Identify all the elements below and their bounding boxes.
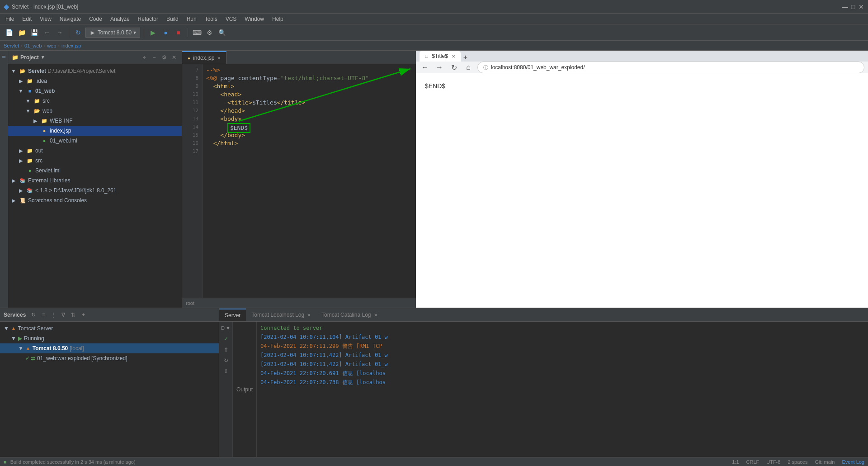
svc-item-tomcat8[interactable]: ▼ ▲ Tomcat 8.0.50 [local] xyxy=(0,343,219,353)
menu-navigate[interactable]: Navigate xyxy=(56,15,85,23)
menu-window[interactable]: Window xyxy=(241,15,268,23)
stop-button[interactable]: ■ xyxy=(173,27,184,38)
output-refresh-button[interactable]: ↻ xyxy=(222,356,231,365)
server-tab-label: Server xyxy=(225,312,241,319)
output-download-button[interactable]: ⇩ xyxy=(222,367,231,376)
minimize-button[interactable]: — xyxy=(842,4,848,10)
tree-item-01web[interactable]: ▼ ■ 01_web xyxy=(8,86,182,96)
menu-help[interactable]: Help xyxy=(269,15,287,23)
refresh-services-button[interactable]: ↻ xyxy=(29,311,38,319)
home-nav-button[interactable]: ⌂ xyxy=(463,62,474,73)
locate-file-button[interactable]: ⌖ xyxy=(140,53,148,62)
filter-button[interactable]: ∇ xyxy=(59,311,67,319)
tree-item-jdk[interactable]: ▶ 📚 < 1.8 > D:\Java\JDK\jdk1.8.0_261 xyxy=(8,185,182,195)
refresh-nav-button[interactable]: ↻ xyxy=(448,62,459,73)
tree-item-servlet[interactable]: ▼ 📂 Servlet D:\Java\IDEAProject\Servlet xyxy=(8,66,182,76)
sort-button[interactable]: ⇅ xyxy=(69,311,77,319)
structure-icon[interactable]: ☰ xyxy=(0,52,8,60)
build-button[interactable]: ⌨ xyxy=(192,27,203,38)
output-upload-button[interactable]: ⇧ xyxy=(222,345,231,354)
menu-file[interactable]: File xyxy=(2,15,18,23)
output-tab-localhost-log[interactable]: Tomcat Localhost Log ✕ xyxy=(246,309,316,321)
code-line-14: $END$ xyxy=(206,123,412,131)
tree-item-scratches[interactable]: ▶ 📜 Scratches and Consoles xyxy=(8,195,182,205)
localhost-log-close[interactable]: ✕ xyxy=(307,313,311,318)
code-content[interactable]: --%> <%@ page contentType="text/html;cha… xyxy=(203,64,416,298)
toolbar: 📄 📁 💾 ← → ↻ ► Tomcat 8.0.50 ▾ ▶ ● ■ ⌨ ⚙ … xyxy=(0,24,868,41)
code-line-16: </html> xyxy=(206,139,412,147)
sync-button[interactable]: ↻ xyxy=(73,27,84,38)
new-tab-button[interactable]: + xyxy=(463,53,467,62)
svc-item-artifact[interactable]: ✓ ⇄ 01_web:war exploded [Synchronized] xyxy=(0,353,219,363)
tree-expand-scratches-icon: ▶ xyxy=(10,197,17,204)
forward-button[interactable]: → xyxy=(54,27,65,38)
tab-close-button[interactable]: ✕ xyxy=(217,56,221,61)
browser-tab-active[interactable]: □ $Title$ ✕ xyxy=(420,51,461,62)
debug-button[interactable]: ● xyxy=(160,27,171,38)
project-settings-button[interactable]: ⚙ xyxy=(160,53,168,62)
tree-item-src[interactable]: ▼ 📁 src xyxy=(8,96,182,106)
svc-item-running[interactable]: ▼ ▶ Running xyxy=(0,333,219,343)
menu-analyze[interactable]: Analyze xyxy=(107,15,133,23)
tree-item-servletiml[interactable]: ● Servlet.iml xyxy=(8,166,182,176)
settings-button[interactable]: ⚙ xyxy=(204,27,215,38)
add-service-button[interactable]: + xyxy=(79,311,87,319)
group-button[interactable]: ⋮ xyxy=(49,311,57,319)
menu-run[interactable]: Run xyxy=(183,15,200,23)
tree-item-extlibs[interactable]: ▶ 📚 External Libraries xyxy=(8,176,182,185)
browser-tab-label: $Title$ xyxy=(432,53,448,59)
tree-item-idea[interactable]: ▶ 📁 .idea xyxy=(8,76,182,86)
close-button[interactable]: ✕ xyxy=(858,4,864,10)
code-line-10: <head> xyxy=(206,90,412,99)
browser-tab-close-button[interactable]: ✕ xyxy=(452,54,455,59)
save-button[interactable]: 💾 xyxy=(29,27,40,38)
tab-indexjsp[interactable]: ● index.jsp ✕ xyxy=(182,51,226,64)
tree-item-indexjsp[interactable]: ● index.jsp xyxy=(8,126,182,136)
menu-view[interactable]: View xyxy=(36,15,55,23)
forward-nav-button[interactable]: → xyxy=(434,62,445,73)
output-level-label: D xyxy=(221,325,225,331)
breadcrumb-indexjsp[interactable]: index.jsp xyxy=(61,43,81,48)
tree-item-web[interactable]: ▼ 📂 web xyxy=(8,106,182,116)
menu-refactor[interactable]: Refactor xyxy=(134,15,162,23)
output-line-4: [2021-02-04 10:07:11,422] Artifact 01_w xyxy=(260,351,864,360)
output-tab-catalina-log[interactable]: Tomcat Catalina Log ✕ xyxy=(316,309,382,321)
catalina-log-close[interactable]: ✕ xyxy=(374,313,377,318)
output-dropdown-button[interactable]: D ▼ xyxy=(219,323,232,333)
back-nav-button[interactable]: ← xyxy=(420,62,430,73)
search-button[interactable]: 🔍 xyxy=(217,27,228,38)
new-file-button[interactable]: 📄 xyxy=(4,27,14,38)
menu-edit[interactable]: Edit xyxy=(19,15,35,23)
tree-item-src-root[interactable]: ▶ 📁 src xyxy=(8,156,182,166)
code-editor[interactable]: 7 8 9 10 11 12 13 14 15 16 17 --%> <%@ p… xyxy=(182,64,416,298)
menu-vcs[interactable]: VCS xyxy=(222,15,241,23)
menu-code[interactable]: Code xyxy=(85,15,106,23)
menu-build[interactable]: Build xyxy=(163,15,182,23)
address-bar[interactable]: ⓘ localhost:8080/01_web_war_exploded/ xyxy=(477,62,864,73)
tree-item-out[interactable]: ▶ 📁 out xyxy=(8,146,182,156)
menu-tools[interactable]: Tools xyxy=(201,15,221,23)
extlibs-icon: 📚 xyxy=(19,177,26,184)
svc-item-tomcat-server[interactable]: ▼ ▲ Tomcat Server xyxy=(0,323,219,333)
collapse-button[interactable]: − xyxy=(150,53,158,62)
project-tree: ▼ 📂 Servlet D:\Java\IDEAProject\Servlet … xyxy=(8,64,182,308)
collapse-all-button[interactable]: ≡ xyxy=(39,311,47,319)
spacer3-icon xyxy=(17,167,24,174)
run-button[interactable]: ▶ xyxy=(148,27,159,38)
tree-item-webinf[interactable]: ▶ 📁 WEB-INF xyxy=(8,116,182,126)
maximize-button[interactable]: □ xyxy=(850,4,856,10)
event-log-button[interactable]: Event Log xyxy=(842,459,864,465)
servlet-iml-icon: ● xyxy=(26,167,33,174)
breadcrumb-01web[interactable]: 01_web xyxy=(24,43,42,48)
hide-panel-button[interactable]: ✕ xyxy=(170,53,178,62)
code-line-8: <%@ page contentType="text/html;charset=… xyxy=(206,74,412,82)
back-button[interactable]: ← xyxy=(42,27,52,38)
tomcat-dropdown[interactable]: ► Tomcat 8.0.50 ▾ xyxy=(85,28,140,38)
tree-item-01webiml[interactable]: ● 01_web.iml xyxy=(8,136,182,146)
breadcrumb-web[interactable]: web xyxy=(47,43,56,48)
open-button[interactable]: 📁 xyxy=(16,27,27,38)
output-tab-server[interactable]: Server xyxy=(219,309,246,321)
breadcrumb-servlet[interactable]: Servlet xyxy=(4,43,19,48)
window-controls: — □ ✕ xyxy=(842,4,864,10)
tab-label-indexjsp: index.jsp xyxy=(193,55,214,61)
